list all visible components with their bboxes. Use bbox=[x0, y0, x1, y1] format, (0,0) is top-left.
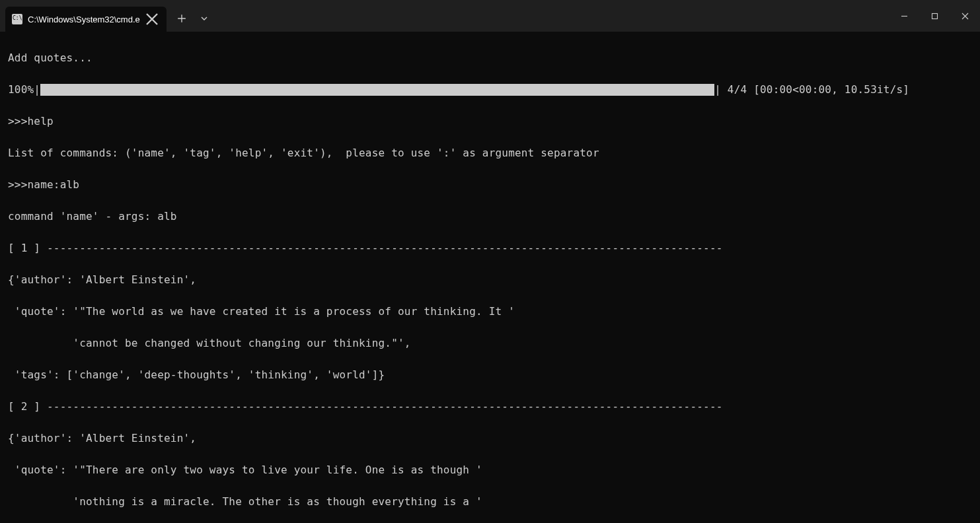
new-tab-button[interactable] bbox=[170, 7, 193, 30]
tab-title: C:\Windows\System32\cmd.e bbox=[28, 15, 140, 24]
line: {'author': 'Albert Einstein', bbox=[8, 431, 972, 446]
maximize-button[interactable] bbox=[919, 3, 950, 28]
line: 'tags': ['change', 'deep-thoughts', 'thi… bbox=[8, 367, 972, 383]
progress-line: 100%|| 4/4 [00:00<00:00, 10.53it/s] bbox=[8, 82, 972, 98]
tab-active[interactable]: C:\Windows\System32\cmd.e bbox=[5, 7, 167, 32]
line: [ 1 ] ----------------------------------… bbox=[8, 240, 972, 256]
line: [ 2 ] ----------------------------------… bbox=[8, 399, 972, 415]
titlebar: C:\Windows\System32\cmd.e bbox=[0, 0, 980, 32]
tab-dropdown-button[interactable] bbox=[193, 7, 215, 30]
line: >>>help bbox=[8, 114, 972, 129]
line: 'quote': '"The world as we have created … bbox=[8, 304, 972, 320]
close-window-button[interactable] bbox=[950, 3, 980, 28]
line: List of commands: ('name', 'tag', 'help'… bbox=[8, 145, 972, 161]
close-tab-icon[interactable] bbox=[145, 13, 159, 26]
progress-bar-fill bbox=[40, 84, 714, 96]
svg-rect-0 bbox=[932, 13, 937, 18]
minimize-button[interactable] bbox=[889, 3, 919, 28]
cmd-icon bbox=[12, 14, 22, 24]
line: 'cannot be changed without changing our … bbox=[8, 335, 972, 351]
line: 'nothing is a miracle. The other is as t… bbox=[8, 494, 972, 510]
progress-label: Add quotes... bbox=[8, 50, 972, 66]
line: >>>name:alb bbox=[8, 177, 972, 193]
line: 'quote': '"There are only two ways to li… bbox=[8, 462, 972, 478]
line: command 'name' - args: alb bbox=[8, 209, 972, 225]
line: {'author': 'Albert Einstein', bbox=[8, 272, 972, 288]
terminal-output[interactable]: Add quotes... 100%|| 4/4 [00:00<00:00, 1… bbox=[0, 32, 980, 523]
